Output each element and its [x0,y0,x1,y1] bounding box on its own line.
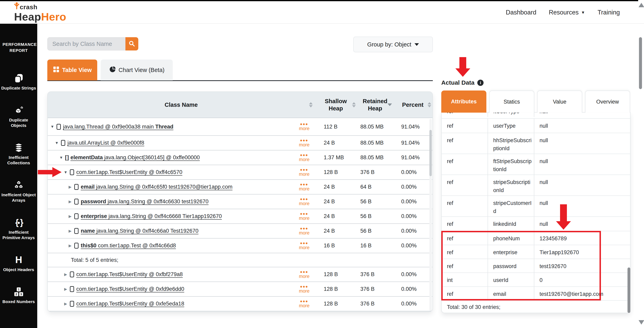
retained-heap-value: 376 B [357,169,393,175]
heap-table-row[interactable]: ▼java.lang.Thread @ 0xf9e00a38 main Thre… [48,118,432,136]
more-button[interactable]: •••more [296,139,312,147]
column-class-name[interactable]: Class Name [48,92,315,118]
percent-value: 91.04% [393,140,432,146]
heap-table-row[interactable]: ▼java.util.ArrayList @ 0xf9e000f8•••more… [48,136,432,150]
tab-statics[interactable]: Statics [489,90,534,113]
tree-caret-icon[interactable]: ▼ [62,170,69,175]
sidebar-item-object-headers[interactable]: HObject Headers [1,255,36,272]
heaphero-logo[interactable]: crash HeapHero [14,2,66,22]
more-button[interactable]: •••more [296,242,312,250]
sidebar-item-duplicate-strings[interactable]: Duplicate Strings [1,73,36,91]
scroll-up-icon[interactable] [638,3,644,7]
scroll-down-icon[interactable] [638,320,644,325]
tree-caret-icon[interactable]: ▶ [62,302,69,306]
attribute-row[interactable]: refftStripeSubscriptionIdnull [442,154,630,175]
attribute-row[interactable]: refstripeSubscriptionIdnull [442,175,630,196]
heap-table-row[interactable]: ▶com.tier1app.Test$UserEntity @ 0xfd9e6d… [48,282,432,297]
column-retained-heap[interactable]: Retained Heap [357,92,393,118]
sort-icon[interactable] [428,102,431,107]
class-name-link[interactable]: password java.lang.String @ 0xff4c6630 t… [81,199,208,205]
more-button[interactable]: •••more [296,183,312,191]
tree-caret-icon[interactable]: ▶ [67,229,73,233]
more-button[interactable]: •••more [296,285,312,294]
info-icon[interactable]: i [477,80,484,86]
class-name-link[interactable]: email java.lang.String @ 0xff4c65f0 test… [81,184,232,190]
class-name-segment: Thread [155,124,173,130]
search-input[interactable] [47,37,126,50]
tab-chart-view[interactable]: Chart View (Beta) [101,59,173,80]
sort-desc-icon[interactable] [388,104,392,106]
class-name-link[interactable]: com.tier1app.Test$UserEntity @ 0xfd9e6dd… [76,286,184,292]
heap-table-row[interactable]: ▶password java.lang.String @ 0xff4c6630 … [48,194,432,209]
tab-overview[interactable]: Overview [585,90,630,113]
attribute-row[interactable]: intuserId0 [442,273,630,287]
heap-table-row[interactable]: ▶enterprise java.lang.String @ 0xff4c666… [48,209,432,224]
table-scrollbar[interactable] [430,119,432,311]
heap-table-row[interactable]: ▶this$0 com.tier1app.Test @ 0xff4c66d8••… [48,239,432,253]
nav-dashboard[interactable]: Dashboard [506,9,536,16]
sidebar-item-inefficient-collections[interactable]: Inefficient Collections [1,143,36,166]
nav-resources[interactable]: Resources▼ [549,9,585,16]
nav-training[interactable]: Training [598,9,620,16]
more-button[interactable]: •••more [296,198,312,206]
more-button[interactable]: •••more [296,212,312,221]
class-name-link[interactable]: com.tier1app.Test$UserEntity @ 0xff4c657… [76,169,182,175]
attribute-row[interactable]: refphoneNum123456789 [442,231,630,245]
class-name-link[interactable]: java.util.ArrayList @ 0xf9e000f8 [68,140,144,146]
class-name-link[interactable]: name java.lang.String @ 0xff4c66a0 Test1… [81,228,198,234]
class-name-link[interactable]: java.lang.Thread @ 0xf9e00a38 main Threa… [63,124,173,130]
class-name-link[interactable]: this$0 com.tier1app.Test @ 0xff4c66d8 [81,243,176,249]
sort-icon[interactable] [352,102,356,107]
sidebar-item-inefficient-primitive-arrays[interactable]: {}Inefficient Primitive Arrays [1,217,36,240]
more-button[interactable]: •••more [296,227,312,235]
page-scrollbar-thumb[interactable] [639,37,642,89]
attribute-row[interactable]: refemailtest192670@tier1app.com [442,287,630,301]
tree-caret-icon[interactable]: ▶ [67,185,73,189]
attribute-row[interactable]: refenterpriseTier1app192670 [442,245,630,259]
more-button[interactable]: •••more [296,153,312,162]
attribute-row[interactable]: refstripeCustomerIdnull [442,196,630,217]
tree-caret-icon[interactable]: ▶ [62,272,69,277]
attribute-row[interactable]: reflinkedinIdnull [442,217,630,231]
chevron-down-icon: ▼ [581,10,585,15]
sidebar-item-boxed-numbers[interactable]: 123Boxed Numbers [1,287,36,304]
more-button[interactable]: •••more [296,122,312,131]
attribute-row[interactable]: refhhStripeSubscriptionIdnull [442,133,630,154]
heap-table-row[interactable]: ▶com.tier1app.Test$UserEntity @ 0xfbf279… [48,267,432,282]
percent-value: 91.04% [393,154,432,161]
heap-table-row[interactable]: ▶email java.lang.String @ 0xff4c65f0 tes… [48,180,432,194]
more-label: more [299,201,310,206]
tree-caret-icon[interactable]: ▶ [67,214,73,219]
tab-table-view[interactable]: Table View [47,59,97,80]
heap-table-row[interactable]: ▶com.tier1app.Test$UserEntity @ 0xfe5eda… [48,297,432,311]
more-button[interactable]: •••more [296,300,312,308]
tree-caret-icon[interactable]: ▼ [49,124,55,129]
class-name-link[interactable]: com.tier1app.Test$UserEntity @ 0xfbf279a… [76,271,183,278]
table-scrollbar-thumb[interactable] [430,130,432,176]
tree-caret-icon[interactable]: ▶ [67,199,73,204]
attribute-row[interactable]: refpasswordtest192670 [442,259,630,273]
tree-caret-icon[interactable]: ▶ [67,243,73,248]
more-button[interactable]: •••more [296,270,312,279]
group-by-dropdown[interactable]: Group by: Object [353,37,433,52]
column-percent[interactable]: Percent [393,92,432,118]
search-button[interactable] [126,37,138,50]
heap-table-row[interactable]: ▼com.tier1app.Test$UserEntity @ 0xff4c65… [48,165,432,180]
tab-attributes[interactable]: Attributes [441,90,486,113]
column-shallow-heap[interactable]: Shallow Heap [315,92,357,118]
heap-table-row[interactable]: ▼[]elementData java.lang.Object[360145] … [48,150,432,165]
panel-scrollbar-thumb[interactable] [628,268,630,313]
tree-caret-icon[interactable]: ▼ [58,155,64,160]
attribute-row[interactable]: refuserTypenull [442,119,630,133]
more-button[interactable]: •••more [296,168,312,177]
tree-caret-icon[interactable]: ▼ [54,141,60,145]
sidebar-item-inefficient-object-arrays[interactable]: Inefficient Object Arrays [1,180,36,203]
class-name-link[interactable]: elementData java.lang.Object[360145] @ 0… [70,154,200,161]
sort-icon[interactable] [309,102,313,107]
class-name-link[interactable]: com.tier1app.Test$UserEntity @ 0xfe5eda1… [76,301,184,307]
heap-table-row[interactable]: ▶name java.lang.String @ 0xff4c66a0 Test… [48,224,432,239]
tree-caret-icon[interactable]: ▶ [62,287,69,291]
sidebar-item-duplicate-objects[interactable]: Duplicate Objects [1,105,36,128]
tab-value[interactable]: Value [537,90,582,113]
class-name-link[interactable]: enterprise java.lang.String @ 0xff4c6668… [81,213,222,219]
